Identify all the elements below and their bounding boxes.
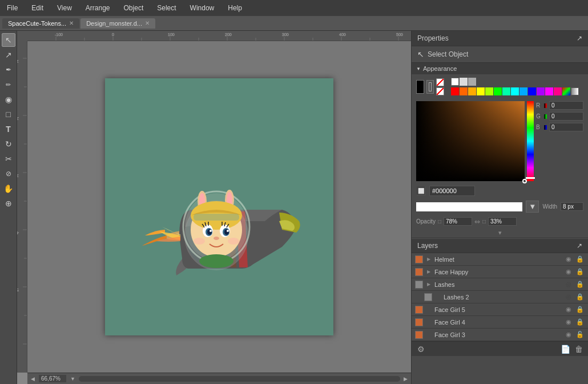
hue-bar[interactable] [527, 101, 534, 181]
appearance-header[interactable]: ▼ Appearance [412, 63, 588, 74]
scroll-right-arrow[interactable]: ▶ [402, 376, 409, 382]
layer-eye-face-girl3[interactable]: ◉ [564, 330, 573, 339]
menu-edit[interactable]: Edit [29, 3, 46, 13]
zoom-display[interactable]: 66,67% [38, 374, 67, 383]
layer-eye-face-girl4[interactable]: ◉ [564, 318, 573, 327]
width-input[interactable] [561, 202, 583, 211]
eyedropper-icon[interactable]: 🔲 [416, 186, 426, 195]
preset-purple[interactable] [537, 87, 545, 95]
scroll-left-arrow[interactable]: ◀ [30, 376, 36, 382]
layer-lock-face-girl4[interactable]: 🔒 [575, 318, 585, 327]
layer-row-lashes[interactable]: ▶ Lashes ◎ 🔒 [412, 278, 588, 291]
layer-expand-helmet[interactable]: ▶ [425, 256, 432, 263]
layer-lock-lashes2[interactable]: 🔒 [575, 293, 585, 302]
scissors-tool[interactable]: ✂ [2, 152, 15, 166]
layer-lock-face-girl3[interactable]: 🔓 [575, 330, 585, 339]
preset-gradient[interactable] [571, 87, 579, 95]
properties-expand-icon[interactable]: ↗ [577, 34, 582, 42]
preset-amber[interactable] [468, 87, 476, 95]
layers-delete-btn[interactable]: 🗑 [573, 343, 585, 355]
g-bar[interactable] [544, 114, 547, 119]
preset-red[interactable] [451, 87, 459, 95]
tab-close-0[interactable]: ✕ [69, 20, 74, 26]
pencil-tool[interactable]: ✏ [2, 78, 15, 91]
preset-green[interactable] [494, 87, 502, 95]
tab-close-1[interactable]: ✕ [145, 20, 150, 26]
opacity2-input[interactable] [488, 217, 517, 226]
hex-input[interactable] [429, 186, 475, 196]
stroke-dropdown[interactable]: ▼ [526, 201, 539, 213]
preset-magenta[interactable] [545, 87, 553, 95]
menu-object[interactable]: Object [122, 3, 146, 13]
rotate-tool[interactable]: ↻ [2, 137, 15, 151]
preset-lime[interactable] [485, 87, 493, 95]
menu-file[interactable]: File [5, 3, 20, 13]
menu-window[interactable]: Window [188, 3, 217, 13]
layers-new-btn[interactable]: 📄 [559, 343, 571, 355]
layer-lock-helmet[interactable]: 🔒 [575, 255, 585, 264]
link-icon[interactable]: ⇔ [474, 218, 480, 226]
none-stroke-swatch[interactable] [436, 87, 444, 95]
r-input[interactable] [549, 101, 583, 110]
preset-mgray[interactable] [468, 78, 476, 86]
layer-row-face-girl5[interactable]: Face Girl 5 ◉ 🔒 [412, 303, 588, 316]
stroke-preview[interactable] [416, 202, 522, 211]
color-gradient[interactable] [416, 101, 525, 181]
preset-pink[interactable] [554, 87, 562, 95]
layers-expand-icon[interactable]: ↗ [577, 242, 582, 250]
layer-lock-face-happy[interactable]: 🔒 [575, 267, 585, 277]
zoom-tool[interactable]: ⊕ [2, 197, 15, 210]
layer-eye-face-girl5[interactable]: ◉ [564, 305, 573, 314]
collapse-arrow[interactable]: ▾ [412, 228, 588, 238]
preset-orange[interactable] [460, 87, 468, 95]
hand-tool[interactable]: ✋ [2, 182, 15, 195]
fill-swatch[interactable] [416, 80, 424, 94]
menu-view[interactable]: View [55, 3, 74, 13]
preset-spectrum[interactable] [562, 87, 570, 95]
brush-tool[interactable]: ◉ [2, 93, 15, 106]
layer-row-lashes2[interactable]: Lashes 2 ◎ 🔒 [412, 291, 588, 303]
menu-help[interactable]: Help [225, 3, 244, 13]
layer-row-face-girl4[interactable]: Face Girl 4 ◉ 🔒 [412, 316, 588, 329]
tab-0[interactable]: SpaceCute-Tokens... ✕ [2, 18, 79, 29]
layer-row-face-girl3[interactable]: Face Girl 3 ◉ 🔓 [412, 329, 588, 341]
stroke-swatch[interactable] [426, 80, 434, 94]
rect-tool[interactable]: □ [2, 107, 15, 121]
layer-lock-lashes[interactable]: 🔒 [575, 280, 585, 289]
preset-lgray[interactable] [460, 78, 468, 86]
preset-cyan[interactable] [511, 87, 519, 95]
layer-eye-lashes2[interactable]: ◎ [564, 293, 573, 302]
layer-expand-face-happy[interactable]: ▶ [425, 269, 432, 275]
layer-row-face-happy[interactable]: ▶ Face Happy ◉ 🔒 [412, 266, 588, 278]
b-input[interactable] [549, 123, 583, 131]
layers-settings-btn[interactable]: ⚙ [415, 343, 426, 355]
layer-eye-lashes[interactable]: ◎ [564, 280, 573, 289]
preset-blue[interactable] [528, 87, 536, 95]
layer-eye-face-happy[interactable]: ◉ [564, 267, 573, 277]
preset-yellow[interactable] [477, 87, 485, 95]
preset-sky[interactable] [519, 87, 527, 95]
b-bar[interactable] [544, 125, 547, 130]
r-bar[interactable] [544, 103, 547, 108]
layer-eye-helmet[interactable]: ◉ [564, 255, 573, 264]
type-tool[interactable]: T [2, 122, 15, 136]
horizontal-scrollbar[interactable] [79, 376, 400, 382]
layer-expand-lashes[interactable]: ▶ [425, 281, 432, 288]
canvas-scroll[interactable] [27, 41, 411, 373]
zoom-dropdown[interactable]: ▼ [69, 376, 76, 382]
opacity-input[interactable] [444, 217, 472, 226]
g-input[interactable] [549, 112, 583, 121]
layer-lock-face-girl5[interactable]: 🔒 [575, 305, 585, 314]
pen-tool[interactable]: ✒ [2, 63, 15, 77]
tab-1[interactable]: Design_monster.d... ✕ [80, 18, 155, 29]
direct-select-tool[interactable]: ↗ [2, 48, 15, 62]
none-fill-swatch[interactable] [436, 78, 444, 86]
layer-name-helmet: Helmet [434, 256, 562, 263]
menu-select[interactable]: Select [155, 3, 178, 13]
select-tool[interactable]: ↖ [2, 33, 15, 47]
menu-arrange[interactable]: Arrange [83, 3, 112, 13]
layer-row-helmet[interactable]: ▶ Helmet ◉ 🔒 [412, 253, 588, 266]
preset-teal[interactable] [502, 87, 510, 95]
preset-white[interactable] [451, 78, 459, 86]
eyedropper-tool[interactable]: ⊘ [2, 167, 15, 181]
